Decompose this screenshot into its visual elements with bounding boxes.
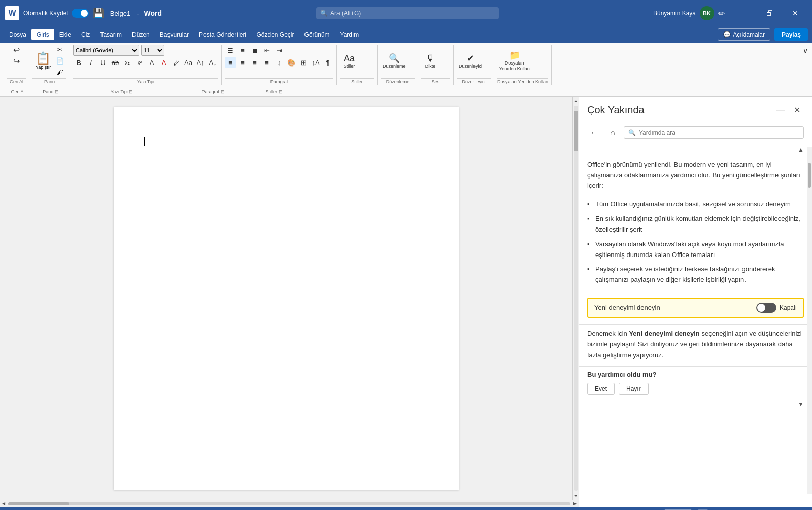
ribbon-group-duzenleme: 🔍 Düzenleme Düzenleme	[378, 45, 418, 85]
yes-button[interactable]: Evet	[587, 382, 615, 395]
menu-item-tasarim[interactable]: Tasarım	[95, 29, 127, 40]
align-right-button[interactable]: ≡	[249, 57, 260, 68]
group-label-duzenleme: Düzenleme	[381, 78, 415, 85]
hscroll-left-arrow[interactable]: ◀	[1, 501, 6, 506]
hscroll-thumb[interactable]	[8, 502, 69, 505]
menu-item-posta[interactable]: Posta Gönderi̇leri̇	[194, 29, 251, 40]
shrink-font-button[interactable]: A↓	[207, 57, 218, 68]
stiller-button[interactable]: Aa Stiller	[340, 52, 358, 70]
bold-button[interactable]: B	[73, 57, 84, 68]
duzenleme-button[interactable]: 🔍 Düzenleme	[381, 52, 408, 70]
font-family-select[interactable]: Calibri (Gövde)	[73, 45, 139, 56]
borders-button[interactable]: ⊞	[298, 57, 309, 68]
search-input[interactable]	[316, 7, 499, 19]
sort-button[interactable]: ↕A	[310, 57, 321, 68]
share-button[interactable]: Paylaş	[774, 28, 808, 41]
underline-button[interactable]: U	[97, 57, 109, 68]
hscroll-right-arrow[interactable]: ▶	[572, 501, 578, 506]
subscript-button[interactable]: x₂	[122, 57, 133, 68]
text-cursor	[144, 137, 145, 146]
no-button[interactable]: Hayır	[619, 382, 649, 395]
panel-minimize-button[interactable]: —	[773, 103, 788, 117]
cut-button[interactable]: ✂	[55, 45, 65, 55]
panel-home-button[interactable]: ⌂	[605, 125, 620, 140]
side-panel: Çok Yakında — ✕ ← ⌂ 🔍 ▲ Office'in görünü…	[579, 97, 812, 507]
decrease-indent-button[interactable]: ⇤	[261, 45, 273, 56]
numbered-list-button[interactable]: ≡	[237, 45, 248, 56]
menu-item-ekle[interactable]: Ekle	[54, 29, 76, 40]
highlight-button[interactable]: 🖊	[171, 57, 182, 68]
undo-button[interactable]: ↩	[12, 45, 21, 55]
increase-indent-button[interactable]: ⇥	[274, 45, 285, 56]
italic-button[interactable]: I	[85, 57, 96, 68]
justify-button[interactable]: ≡	[261, 57, 273, 68]
menu-item-basvurular[interactable]: Başvurular	[155, 29, 194, 40]
format-painter-button[interactable]: 🖌	[55, 67, 65, 77]
menu-item-gorunum[interactable]: Görünüm	[299, 29, 335, 40]
paste-button[interactable]: 📋 Yapıştır	[32, 51, 54, 71]
panel-info-text: Denemek için Yeni deneyimi deneyin seçen…	[579, 324, 812, 366]
comments-button[interactable]: 💬 Açıklamalar	[718, 28, 770, 41]
toggle-off-label: Kapalı	[780, 304, 797, 311]
strikethrough-button[interactable]: ab	[110, 57, 121, 68]
change-case-button[interactable]: Aa	[183, 57, 194, 68]
copy-button[interactable]: 📄	[55, 56, 65, 66]
panel-back-button[interactable]: ←	[587, 125, 601, 140]
show-marks-button[interactable]: ¶	[322, 57, 333, 68]
pen-icon[interactable]: ✏	[718, 9, 725, 18]
redo-button[interactable]: ↪	[12, 56, 21, 67]
save-button[interactable]: 💾	[93, 8, 104, 19]
scroll-track[interactable]	[574, 106, 578, 491]
panel-search-input[interactable]	[639, 129, 799, 136]
vertical-scrollbar: ▲ ▼	[572, 97, 579, 500]
panel-scroll-down-indicator[interactable]: ▼	[798, 401, 804, 408]
panel-scroll-up-indicator[interactable]: ▲	[798, 146, 804, 153]
align-center-button[interactable]: ≡	[237, 57, 248, 68]
grow-font-button[interactable]: A↑	[195, 57, 206, 68]
dikte-button[interactable]: 🎙 Dikte	[421, 52, 439, 70]
dosyalar-button[interactable]: 📁 DosyalarıYeniden Kullan	[497, 50, 532, 73]
document-page-container[interactable]	[0, 97, 572, 500]
menu-item-duzen[interactable]: Düzen	[127, 29, 155, 40]
clear-format-button[interactable]: A	[146, 57, 157, 68]
menu-item-dosya[interactable]: Dosya	[4, 29, 31, 40]
section-label-stiller: Stiller ⊟	[254, 89, 294, 94]
document-page[interactable]	[114, 107, 459, 490]
autosave-toggle[interactable]	[72, 9, 89, 18]
font-color-button[interactable]: A	[158, 57, 170, 68]
panel-search-box: 🔍	[624, 126, 804, 139]
menu-item-giris[interactable]: Giriş	[31, 29, 54, 40]
bullet-item-1: Tüm Office uygulamalarınızda basit, sezg…	[595, 197, 804, 212]
ribbon-main: ↩ ↪ Geri Al 📋 Yapıştır ✂ 📄 🖌 Pano	[0, 43, 812, 87]
hscroll-track[interactable]	[8, 502, 570, 505]
section-label-geri-al: Geri Al	[5, 89, 30, 94]
panel-close-button[interactable]: ✕	[790, 103, 804, 117]
line-spacing-button[interactable]: ↕	[274, 57, 285, 68]
menu-item-yardim[interactable]: Yardım	[335, 29, 364, 40]
section-label-yazi-tipi: Yazı Tipi ⊟	[71, 89, 173, 94]
duzenleyici-button[interactable]: ✔ Düzenleyici	[457, 52, 484, 70]
font-size-select[interactable]: 11	[141, 45, 164, 56]
scroll-down-arrow[interactable]: ▼	[573, 492, 579, 500]
restore-button[interactable]: 🗗	[758, 5, 782, 21]
minimize-button[interactable]: —	[733, 5, 756, 21]
menu-item-ciz[interactable]: Çiz	[76, 29, 95, 40]
new-experience-toggle[interactable]	[756, 303, 776, 313]
ribbon-expand-button[interactable]: ∨	[803, 47, 808, 55]
bullet-list-button[interactable]: ☰	[225, 45, 236, 56]
menu-item-gozden[interactable]: Gözden Geçir	[252, 29, 299, 40]
panel-vertical-scrollbar	[807, 147, 812, 494]
panel-content: ▲ Office'in görünümü yenilendi. Bu moder…	[579, 144, 812, 507]
panel-bullet-list: Tüm Office uygulamalarınızda basit, sezg…	[579, 197, 812, 292]
panel-scroll-thumb[interactable]	[808, 163, 811, 188]
close-button[interactable]: ✕	[784, 5, 807, 21]
superscript-button[interactable]: x²	[134, 57, 145, 68]
multilevel-list-button[interactable]: ≣	[249, 45, 260, 56]
scroll-up-arrow[interactable]: ▲	[573, 97, 579, 105]
ribbon-group-yazi-tipi: Calibri (Gövde) 11 B I U ab x₂ x² A A 🖊	[70, 45, 222, 85]
panel-header: Çok Yakında — ✕	[579, 97, 812, 121]
shading-button[interactable]: 🎨	[286, 57, 297, 68]
align-left-button[interactable]: ≡	[225, 57, 236, 68]
helpful-buttons: Evet Hayır	[587, 382, 804, 395]
scroll-thumb[interactable]	[574, 111, 578, 151]
